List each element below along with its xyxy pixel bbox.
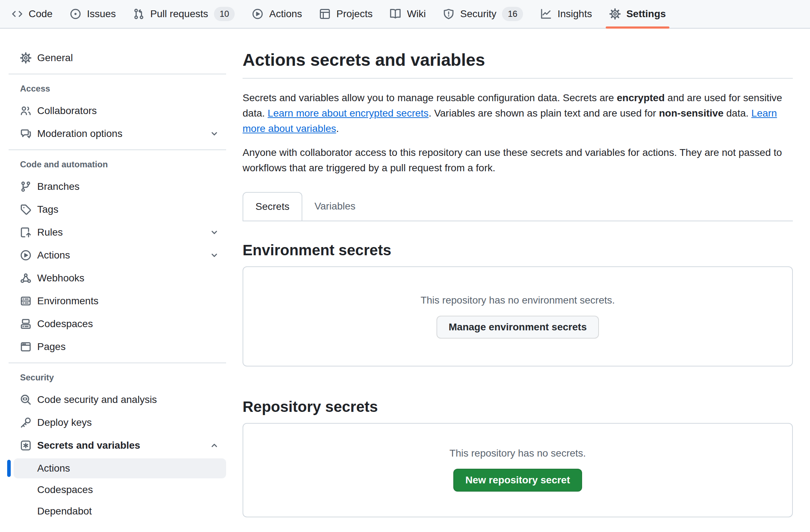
shield-icon: [443, 8, 454, 20]
gear-icon: [20, 52, 31, 64]
browser-icon: [20, 341, 31, 353]
repository-secrets-heading: Repository secrets: [243, 398, 793, 416]
manage-environment-secrets-button[interactable]: Manage environment secrets: [436, 316, 599, 339]
play-icon: [252, 8, 263, 20]
tab-variables[interactable]: Variables: [302, 192, 368, 221]
code-icon: [11, 8, 23, 20]
repository-secrets-box: This repository has no secrets. New repo…: [243, 423, 793, 517]
sidebar-item-code-security[interactable]: Code security and analysis: [9, 388, 226, 411]
environment-secrets-heading: Environment secrets: [243, 241, 793, 259]
nav-tab-label: Security: [460, 8, 496, 20]
play-icon: [20, 250, 31, 261]
note-paragraph: Anyone with collaborator access to this …: [243, 145, 793, 176]
sidebar-item-environments[interactable]: Environments: [9, 290, 226, 312]
nav-tab-wiki[interactable]: Wiki: [381, 0, 434, 28]
sidebar-item-codespaces[interactable]: Codespaces: [9, 312, 226, 335]
server-icon: [20, 295, 31, 307]
nav-tab-security[interactable]: Security 16: [434, 0, 532, 28]
pull-requests-count-badge: 10: [214, 7, 235, 21]
environment-secrets-box: This repository has no environment secre…: [243, 266, 793, 366]
sidebar-divider: [9, 363, 226, 363]
sidebar-subitem-actions[interactable]: Actions: [14, 458, 226, 478]
link-learn-more-encrypted-secrets[interactable]: Learn more about encrypted secrets: [268, 108, 429, 119]
chevron-up-icon: [210, 441, 219, 450]
asterisk-box-icon: [20, 440, 31, 451]
codescan-icon: [20, 394, 31, 405]
sidebar-item-general[interactable]: General: [9, 46, 226, 69]
sidebar-subitem-codespaces[interactable]: Codespaces: [14, 480, 226, 500]
title-divider: [243, 78, 793, 79]
chevron-down-icon: [210, 129, 219, 138]
book-icon: [390, 8, 401, 20]
nav-tab-actions[interactable]: Actions: [243, 0, 311, 28]
webhook-icon: [20, 272, 31, 284]
table-icon: [319, 8, 331, 20]
sidebar-section-access: Access: [9, 84, 226, 94]
nav-tab-code[interactable]: Code: [3, 0, 61, 28]
gear-icon: [609, 8, 621, 20]
nav-tab-insights[interactable]: Insights: [532, 0, 601, 28]
sidebar-divider: [9, 74, 226, 74]
nav-tab-issues[interactable]: Issues: [61, 0, 125, 28]
comment-discussion-icon: [20, 128, 31, 139]
sidebar-item-branches[interactable]: Branches: [9, 175, 226, 198]
new-repository-secret-button[interactable]: New repository secret: [453, 469, 582, 492]
nav-tab-label: Projects: [336, 8, 372, 20]
secrets-variables-tabnav: Secrets Variables: [243, 192, 793, 221]
sidebar-item-tags[interactable]: Tags: [9, 198, 226, 221]
repository-secrets-empty-text: This repository has no secrets.: [449, 446, 586, 461]
chevron-down-icon: [210, 251, 219, 260]
repo-nav: Code Issues Pull requests 10 Actions Pro…: [0, 0, 810, 29]
sidebar-item-actions[interactable]: Actions: [9, 244, 226, 267]
page-title: Actions secrets and variables: [243, 49, 793, 72]
rules-icon: [20, 227, 31, 238]
codespaces-icon: [20, 318, 31, 330]
nav-tab-label: Code: [29, 8, 53, 20]
nav-tab-label: Pull requests: [150, 8, 208, 20]
intro-paragraph: Secrets and variables allow you to manag…: [243, 90, 793, 136]
key-icon: [20, 417, 31, 428]
nav-tab-label: Insights: [557, 8, 592, 20]
git-pull-request-icon: [133, 8, 145, 20]
sidebar-section-code-and-automation: Code and automation: [9, 159, 226, 169]
issue-opened-icon: [70, 8, 81, 20]
sidebar-item-moderation-options[interactable]: Moderation options: [9, 122, 226, 145]
tag-icon: [20, 204, 31, 215]
sidebar-item-secrets-and-variables[interactable]: Secrets and variables: [9, 434, 226, 457]
settings-content: Actions secrets and variables Secrets an…: [232, 29, 793, 532]
chevron-down-icon: [210, 228, 219, 237]
security-count-badge: 16: [502, 7, 523, 21]
sidebar-divider: [9, 149, 226, 150]
graph-icon: [540, 8, 552, 20]
git-branch-icon: [20, 181, 31, 192]
tab-secrets[interactable]: Secrets: [243, 192, 302, 221]
sidebar-item-collaborators[interactable]: Collaborators: [9, 99, 226, 122]
nav-tab-label: Issues: [87, 8, 116, 20]
nav-tab-label: Settings: [626, 8, 666, 20]
settings-sidebar: General Access Collaborators Moderation …: [0, 29, 232, 532]
nav-tab-pull-requests[interactable]: Pull requests 10: [125, 0, 244, 28]
nav-tab-settings[interactable]: Settings: [601, 0, 674, 28]
nav-tab-label: Wiki: [407, 8, 426, 20]
sidebar-item-deploy-keys[interactable]: Deploy keys: [9, 411, 226, 434]
sidebar-item-webhooks[interactable]: Webhooks: [9, 267, 226, 290]
sidebar-item-rules[interactable]: Rules: [9, 221, 226, 244]
sidebar-section-security: Security: [9, 373, 226, 383]
environment-secrets-empty-text: This repository has no environment secre…: [420, 293, 615, 308]
sidebar-item-pages[interactable]: Pages: [9, 335, 226, 358]
sidebar-subitem-dependabot[interactable]: Dependabot: [14, 501, 226, 521]
nav-tab-projects[interactable]: Projects: [311, 0, 381, 28]
nav-tab-label: Actions: [269, 8, 302, 20]
people-icon: [20, 105, 31, 117]
